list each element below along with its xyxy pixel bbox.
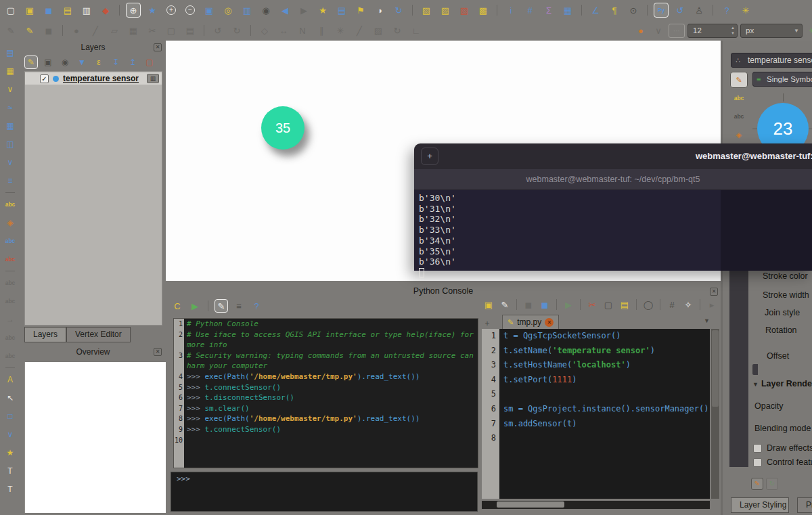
add-vector-layer-icon[interactable]: ∨ — [3, 83, 17, 96]
vertex-tool-icon[interactable]: ◇ — [257, 23, 272, 38]
expression-filter-icon[interactable]: ∨ — [651, 23, 666, 38]
project-new-icon[interactable]: ▢ — [3, 3, 18, 18]
identify-features-icon[interactable]: i — [503, 3, 518, 18]
paste-features-icon[interactable]: ▤ — [183, 23, 198, 38]
offset-spinbox-fragment[interactable] — [752, 364, 758, 375]
text-annotation-icon[interactable]: A — [3, 373, 17, 386]
console-options-icon[interactable]: ≡ — [232, 299, 246, 313]
text-along-line-icon[interactable]: T — [3, 483, 17, 496]
toggle-editing-icon[interactable]: ✎ — [22, 23, 37, 38]
add-sensor-layer-icon[interactable]: ▦ — [3, 119, 17, 133]
select-by-form-icon[interactable]: ▨ — [438, 3, 453, 18]
filter-legend-icon[interactable]: ▼ — [75, 55, 89, 69]
zoom-next-icon[interactable]: ▶ — [296, 3, 311, 18]
draw-effects-checkbox[interactable] — [753, 444, 762, 453]
remove-layer-icon[interactable]: ▢ — [143, 55, 156, 69]
add-vector-tile-layer-icon[interactable]: ∨ — [3, 156, 17, 169]
add-wms-layer-icon[interactable]: ◫ — [3, 137, 17, 151]
format-code-icon[interactable]: ▸ — [705, 298, 719, 311]
labels-icon[interactable]: abc — [730, 90, 748, 106]
save-layer-edits-icon[interactable]: ◼ — [41, 23, 56, 38]
save-script-as-icon[interactable]: ◼ — [538, 298, 551, 311]
zoom-last-icon[interactable]: ◀ — [277, 3, 292, 18]
label-change-icon[interactable]: abc — [3, 349, 17, 363]
trim-extend-icon[interactable]: ∟ — [409, 23, 424, 38]
console-help-icon[interactable]: ? — [250, 299, 263, 313]
refresh-map-icon[interactable]: ↻ — [391, 3, 406, 18]
polygon-annotation-icon[interactable]: □ — [3, 409, 17, 423]
zoom-in-icon[interactable]: + — [164, 3, 179, 18]
cut-features-icon[interactable]: ✂ — [145, 23, 160, 38]
open-layer-styling-icon[interactable]: ✎ — [24, 55, 38, 69]
zoom-full-icon[interactable]: ▣ — [202, 3, 217, 18]
label-tool-1-icon[interactable]: abc — [3, 276, 17, 290]
new-tab-button[interactable]: + — [421, 148, 438, 165]
console-input[interactable]: >>> — [171, 472, 478, 512]
console-output[interactable]: 1# Python Console2# Use iface to access … — [173, 318, 478, 468]
processing-toolbox-icon[interactable]: ✳ — [738, 3, 753, 18]
label-move-icon[interactable]: → — [3, 313, 17, 326]
view-3d-icon[interactable]: ◈ — [730, 127, 748, 143]
pan-to-selection-icon[interactable]: ★ — [145, 3, 160, 18]
terminal-window[interactable]: + webmaster@webmaster-tuf: webmaster@web… — [414, 143, 812, 271]
symbol-tool-icon[interactable]: ✳ — [805, 23, 812, 38]
toggle-comment-icon[interactable]: # — [665, 298, 679, 311]
layer-visibility-checkbox[interactable]: ✓ — [40, 74, 49, 83]
move-feature-icon[interactable]: ↔ — [276, 23, 291, 38]
editor-code-area[interactable]: 1t = QgsTcpSocketSensor()2t.setName('tem… — [482, 329, 710, 499]
split-features-icon[interactable]: ╱ — [352, 23, 367, 38]
python-console-icon[interactable]: Py — [654, 3, 669, 18]
find-text-icon[interactable]: ◯ — [641, 298, 655, 311]
style-3d-icon[interactable]: ◈ — [3, 216, 17, 229]
new-map-view-icon[interactable]: ⊙ — [626, 3, 641, 18]
add-mesh-layer-icon[interactable]: ≈ — [3, 101, 17, 114]
tab-layers[interactable]: Layers — [24, 327, 66, 342]
layer-rendering-section[interactable]: ▼Layer Rendering — [752, 379, 812, 388]
offset-curve-icon[interactable]: ∥ — [314, 23, 329, 38]
styling-layer-dropdown[interactable]: ∴ temperature sensor — [731, 53, 812, 68]
expand-all-icon[interactable]: ↧ — [109, 55, 122, 69]
save-script-icon[interactable]: ◼ — [522, 298, 535, 311]
annotation-marker-icon[interactable]: ● — [633, 23, 648, 38]
marker-annotation-icon[interactable]: ★ — [3, 446, 17, 460]
python-console-close-icon[interactable]: ✕ — [710, 288, 718, 296]
overview-close-icon[interactable]: ✕ — [154, 348, 162, 356]
clear-console-icon[interactable]: C — [171, 299, 184, 313]
add-editor-tab-icon[interactable]: + — [482, 318, 493, 329]
paste-icon[interactable]: ▤ — [618, 298, 631, 311]
metasearch-icon[interactable]: ♙ — [692, 3, 706, 18]
svg-annotation-icon[interactable]: T — [3, 464, 17, 478]
terminal-tab[interactable]: webmaster@webmaster-tuf: ~/dev/cpp/bm-qt… — [414, 169, 812, 190]
advanced-digitizing-icon[interactable]: N — [295, 23, 310, 38]
manage-map-themes-icon[interactable]: ◉ — [58, 55, 72, 69]
control-feature-checkbox[interactable] — [753, 458, 762, 467]
digitize-line-icon[interactable]: ╱ — [88, 23, 103, 38]
rotate-feature-icon[interactable]: ↻ — [390, 23, 405, 38]
run-command-icon[interactable]: ▶ — [188, 299, 202, 313]
help-icon[interactable]: ? — [719, 3, 734, 18]
units-dropdown[interactable]: px ▼ — [740, 24, 803, 38]
zoom-out-icon[interactable]: − — [183, 3, 198, 18]
tab-vertex-editor[interactable]: Vertex Editor — [66, 327, 131, 342]
editor-vertical-scrollbar[interactable] — [711, 329, 719, 499]
label-pin-icon[interactable]: abc — [3, 234, 17, 248]
open-script-icon[interactable]: ▣ — [482, 298, 495, 311]
add-database-layer-icon[interactable]: ≡ — [3, 174, 17, 187]
temporal-controller-icon[interactable]: ◑ — [372, 3, 387, 18]
layer-item-temperature-sensor[interactable]: ✓ temperature sensor ▥ — [25, 72, 162, 85]
merge-features-icon[interactable]: ▨ — [371, 23, 386, 38]
reshape-features-icon[interactable]: ✳ — [333, 23, 348, 38]
new-bookmark-icon[interactable]: ★ — [315, 3, 330, 18]
select-annotation-icon[interactable]: ↖ — [3, 391, 17, 405]
text-background-button[interactable]: ⋯ — [669, 24, 685, 38]
font-size-spinner[interactable]: 12 ▲▼ — [687, 24, 738, 38]
copy-features-icon[interactable]: ▢ — [164, 23, 179, 38]
zoom-to-selection-icon[interactable]: ◎ — [221, 3, 235, 18]
zoom-to-layer-icon[interactable]: ▥ — [240, 3, 254, 18]
tab-layer-styling[interactable]: Layer Styling — [731, 497, 789, 513]
measure-icon[interactable]: ∠ — [588, 3, 603, 18]
run-script-icon[interactable]: ▶ — [562, 298, 575, 311]
line-annotation-icon[interactable]: ∨ — [3, 428, 17, 441]
apply-style-button[interactable]: ↻ — [766, 478, 778, 490]
label-highlight-icon[interactable]: abc — [3, 252, 17, 266]
